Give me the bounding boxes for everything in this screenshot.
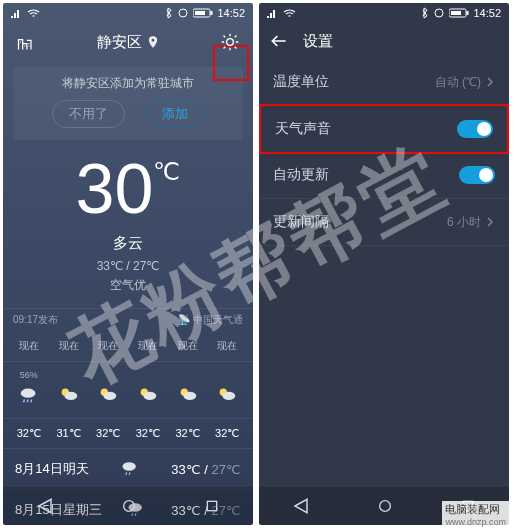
settings-header: 设置 — [259, 23, 509, 59]
day-label: 8月14日明天 — [15, 460, 89, 478]
rain-icon — [18, 384, 40, 406]
svg-rect-18 — [207, 501, 216, 510]
svg-point-23 — [380, 501, 391, 512]
svg-rect-22 — [451, 11, 461, 15]
svg-point-8 — [104, 392, 117, 400]
weather-header: 静安区 — [3, 23, 253, 61]
setting-temp-unit[interactable]: 温度单位 自动 (℃) — [259, 59, 509, 106]
condition-text: 多云 — [3, 234, 253, 253]
chevron-right-icon — [485, 76, 495, 88]
nav-home-icon[interactable] — [377, 498, 393, 514]
partly-cloudy-icon — [137, 384, 159, 406]
nav-back-icon[interactable] — [36, 497, 54, 515]
add-city-button[interactable] — [13, 29, 39, 55]
battery-icon — [449, 8, 469, 18]
settings-button[interactable] — [217, 29, 243, 55]
status-bar: 14:52 — [3, 3, 253, 23]
nav-home-icon[interactable] — [121, 498, 137, 514]
settings-title: 设置 — [303, 32, 333, 51]
nav-bar — [3, 487, 253, 525]
svg-point-15 — [122, 462, 135, 470]
gear-icon — [220, 32, 240, 52]
location-title[interactable]: 静安区 — [97, 33, 142, 52]
nav-recent-icon[interactable] — [204, 498, 220, 514]
svg-point-12 — [183, 392, 196, 400]
hourly-times-row[interactable]: 现在 现在 现在 现在 现在 现在 — [3, 331, 253, 362]
setting-label: 更新间隔 — [273, 213, 329, 231]
prompt-text: 将静安区添加为常驻城市 — [23, 75, 233, 92]
daily-row-0[interactable]: 8月14日明天 33℃ / 27℃ — [3, 449, 253, 490]
nav-back-icon[interactable] — [292, 497, 310, 515]
svg-rect-21 — [467, 11, 469, 15]
back-icon[interactable] — [269, 31, 289, 51]
setting-label: 自动更新 — [273, 166, 329, 184]
svg-point-19 — [435, 9, 443, 17]
auto-update-toggle[interactable] — [459, 166, 495, 184]
location-pin-icon — [146, 35, 160, 49]
partly-cloudy-icon — [177, 384, 199, 406]
status-time: 14:52 — [217, 7, 245, 19]
bluetooth-icon — [421, 7, 429, 19]
chevron-right-icon — [485, 216, 495, 228]
orientation-icon — [433, 8, 445, 18]
orientation-icon — [177, 8, 189, 18]
setting-weather-sound[interactable]: 天气声音 — [259, 104, 509, 154]
current-conditions: 30 ℃ 多云 33℃ / 27℃ 空气优 — [3, 146, 253, 308]
svg-point-17 — [124, 501, 135, 512]
air-quality: 空气优 — [3, 277, 253, 294]
today-low: 27℃ — [133, 259, 159, 273]
signal-icon — [11, 8, 23, 18]
svg-point-4 — [21, 389, 36, 398]
rain-icon — [120, 459, 140, 479]
publish-time: 09:17发布 — [13, 313, 58, 327]
weather-settings-screen: 14:52 设置 温度单位 自动 (℃) 天气声音 自动更新 更新间隔 6 小时 — [259, 3, 509, 525]
prompt-dismiss-button[interactable]: 不用了 — [52, 100, 125, 128]
wifi-icon — [283, 8, 296, 18]
setting-label: 温度单位 — [273, 73, 329, 91]
svg-point-10 — [143, 392, 156, 400]
setting-auto-update[interactable]: 自动更新 — [259, 152, 509, 199]
current-temp: 30 — [76, 154, 154, 224]
partly-cloudy-icon — [216, 384, 238, 406]
bluetooth-icon — [165, 7, 173, 19]
weather-sound-toggle[interactable] — [457, 120, 493, 138]
add-city-prompt: 将静安区添加为常驻城市 不用了 添加 — [13, 67, 243, 140]
today-high: 33℃ — [97, 259, 123, 273]
signal-icon — [267, 8, 279, 18]
setting-label: 天气声音 — [275, 120, 331, 138]
source-label: 📡 中国天气通 — [178, 313, 243, 327]
partly-cloudy-icon — [58, 384, 80, 406]
battery-icon — [193, 8, 213, 18]
svg-rect-3 — [195, 11, 205, 15]
partly-cloudy-icon — [97, 384, 119, 406]
hourly-icons-row[interactable]: 56% — [3, 362, 253, 419]
svg-point-6 — [64, 392, 77, 400]
wifi-icon — [27, 8, 40, 18]
prompt-add-button[interactable]: 添加 — [145, 100, 205, 128]
source-watermark: 电脑装配网 www.dnzp.com — [442, 501, 509, 528]
status-bar: 14:52 — [259, 3, 509, 23]
svg-rect-2 — [211, 11, 213, 15]
status-time: 14:52 — [473, 7, 501, 19]
temp-unit: ℃ — [153, 160, 180, 184]
svg-point-14 — [223, 392, 236, 400]
svg-point-0 — [179, 9, 187, 17]
setting-update-interval[interactable]: 更新间隔 6 小时 — [259, 199, 509, 246]
weather-main-screen: 14:52 静安区 将静安区添加为常驻城市 不用了 添加 — [3, 3, 253, 525]
hourly-temps-row: 32℃ 31℃ 32℃ 32℃ 32℃ 32℃ — [3, 419, 253, 449]
